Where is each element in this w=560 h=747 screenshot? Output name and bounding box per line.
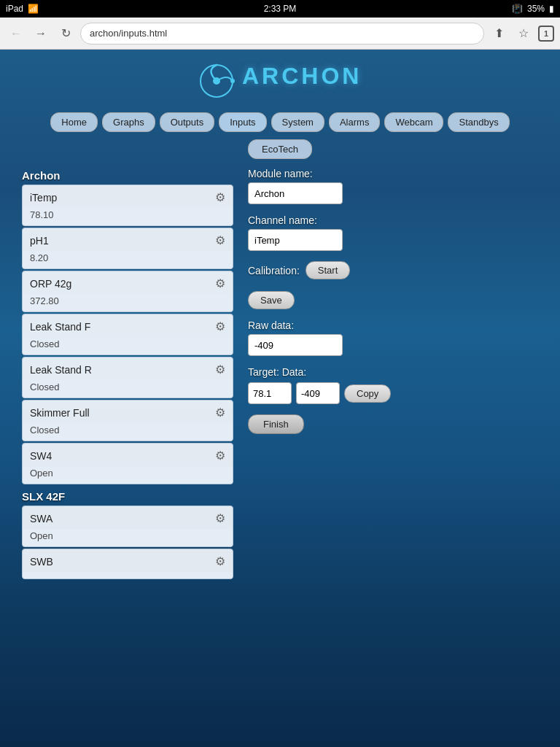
gear-icon-leakstandr[interactable]: ⚙ <box>215 363 225 376</box>
battery-icon: ▮ <box>549 4 554 14</box>
module-value-orp42g: 372.80 <box>23 294 233 311</box>
module-value-leakstandf: Closed <box>23 337 233 355</box>
module-value-swb <box>23 572 233 578</box>
tab-count[interactable]: 1 <box>538 26 554 42</box>
archon-group-label: Archon <box>22 165 233 185</box>
module-value-itemp: 78.10 <box>23 208 233 225</box>
nav-home[interactable]: Home <box>50 112 98 132</box>
channel-name-label: Channel name: <box>248 214 538 226</box>
module-item-swa: SWA ⚙ Open <box>22 506 233 547</box>
url-input[interactable] <box>80 23 484 44</box>
module-name-label: Module name: <box>248 168 538 179</box>
module-item-orp42g: ORP 42g ⚙ 372.80 <box>22 271 233 312</box>
module-item-sw4-header[interactable]: SW4 ⚙ <box>23 444 233 466</box>
data-input[interactable] <box>296 382 340 404</box>
module-item-orp42g-header[interactable]: ORP 42g ⚙ <box>23 271 233 294</box>
module-name-ph1: pH1 <box>30 235 49 247</box>
finish-button[interactable]: Finish <box>248 414 304 434</box>
start-button[interactable]: Start <box>306 261 350 279</box>
module-item-leakstandf: Leak Stand F ⚙ Closed <box>22 314 233 355</box>
status-bar: iPad 📶 2:33 PM 📳 35% ▮ <box>0 0 560 18</box>
gear-icon-skimmerfull[interactable]: ⚙ <box>215 406 225 419</box>
module-item-swa-header[interactable]: SWA ⚙ <box>23 506 233 529</box>
save-button[interactable]: Save <box>248 291 295 309</box>
right-panel: Module name: Channel name: Calibration: … <box>248 165 538 581</box>
module-name-leakstandr: Leak Stand R <box>30 364 92 376</box>
wifi-icon: 📶 <box>28 4 39 14</box>
slx42f-group-label: SLX 42F <box>22 486 233 506</box>
module-value-swa: Open <box>23 529 233 546</box>
module-item-leakstandf-header[interactable]: Leak Stand F ⚙ <box>23 314 233 337</box>
module-value-ph1: 8.20 <box>23 251 233 268</box>
back-button[interactable]: ← <box>6 23 26 44</box>
nav-alarms[interactable]: Alarms <box>329 112 380 132</box>
module-name-swb: SWB <box>30 556 53 568</box>
gear-icon-swa[interactable]: ⚙ <box>215 511 225 525</box>
module-name-swa: SWA <box>30 513 52 525</box>
module-item-swb-header[interactable]: SWB ⚙ <box>23 549 233 572</box>
calibration-label: Calibration: <box>248 265 300 276</box>
gear-icon-ph1[interactable]: ⚙ <box>215 233 225 247</box>
raw-data-label: Raw data: <box>248 320 538 331</box>
ecotech-bar: EcoTech <box>0 136 560 165</box>
gear-icon-itemp[interactable]: ⚙ <box>215 190 225 204</box>
reload-button[interactable]: ↻ <box>55 23 76 44</box>
carrier-label: iPad <box>6 4 23 14</box>
nav-outputs[interactable]: Outputs <box>160 112 215 132</box>
module-item-ph1-header[interactable]: pH1 ⚙ <box>23 228 233 251</box>
page-background: ARCHON Home Graphs Outputs Inputs System… <box>0 50 560 747</box>
module-name-itemp: iTemp <box>30 192 57 204</box>
module-item-sw4: SW4 ⚙ Open <box>22 443 233 484</box>
time-display: 2:33 PM <box>264 4 297 14</box>
target-input[interactable] <box>248 382 292 404</box>
nav-ecotech[interactable]: EcoTech <box>248 139 312 159</box>
raw-data-input[interactable] <box>248 334 343 356</box>
module-item-itemp: iTemp ⚙ 78.10 <box>22 185 233 226</box>
main-content: Archon iTemp ⚙ 78.10 pH1 ⚙ 8.20 ORP 42g … <box>0 165 560 595</box>
nav-graphs[interactable]: Graphs <box>102 112 155 132</box>
module-item-itemp-header[interactable]: iTemp ⚙ <box>23 185 233 208</box>
nav-webcam[interactable]: Webcam <box>384 112 443 132</box>
logo-icon <box>198 63 235 99</box>
forward-button[interactable]: → <box>31 23 51 44</box>
bookmark-button[interactable]: ☆ <box>513 23 534 44</box>
module-name-skimmerfull: Skimmer Full <box>30 407 90 419</box>
module-name-input[interactable] <box>248 182 343 204</box>
channel-name-input[interactable] <box>248 229 343 251</box>
module-value-sw4: Open <box>23 466 233 484</box>
module-value-skimmerfull: Closed <box>23 423 233 441</box>
browser-bar: ← → ↻ ⬆ ☆ 1 <box>0 18 560 50</box>
gear-icon-leakstandf[interactable]: ⚙ <box>215 320 225 333</box>
logo-area: ARCHON <box>0 50 560 107</box>
module-item-leakstandr: Leak Stand R ⚙ Closed <box>22 357 233 398</box>
module-item-swb: SWB ⚙ <box>22 549 233 579</box>
svg-point-2 <box>230 79 235 83</box>
module-name-orp42g: ORP 42g <box>30 278 71 290</box>
module-name-leakstandf: Leak Stand F <box>30 321 90 333</box>
module-item-leakstandr-header[interactable]: Leak Stand R ⚙ <box>23 357 233 380</box>
module-item-skimmerfull: Skimmer Full ⚙ Closed <box>22 400 233 441</box>
module-name-sw4: SW4 <box>30 450 52 462</box>
gear-icon-sw4[interactable]: ⚙ <box>215 449 225 462</box>
save-row: Save <box>248 291 538 309</box>
nav-standbys[interactable]: Standbys <box>448 112 509 132</box>
left-panel: Archon iTemp ⚙ 78.10 pH1 ⚙ 8.20 ORP 42g … <box>22 165 233 581</box>
target-data-label: Target: Data: <box>248 366 538 378</box>
bluetooth-icon: 📳 <box>512 4 523 14</box>
gear-icon-swb[interactable]: ⚙ <box>215 554 225 568</box>
module-item-ph1: pH1 ⚙ 8.20 <box>22 228 233 269</box>
nav-bar: Home Graphs Outputs Inputs System Alarms… <box>0 107 560 136</box>
battery-percent: 35% <box>527 4 545 14</box>
module-value-leakstandr: Closed <box>23 380 233 398</box>
copy-button[interactable]: Copy <box>344 384 391 403</box>
nav-inputs[interactable]: Inputs <box>219 112 266 132</box>
target-data-row: Copy <box>248 382 538 404</box>
gear-icon-orp42g[interactable]: ⚙ <box>215 276 225 290</box>
share-button[interactable]: ⬆ <box>489 23 509 44</box>
logo-text: ARCHON <box>242 63 362 89</box>
calibration-row: Calibration: Start <box>248 261 538 279</box>
module-item-skimmerfull-header[interactable]: Skimmer Full ⚙ <box>23 400 233 423</box>
nav-system[interactable]: System <box>271 112 324 132</box>
